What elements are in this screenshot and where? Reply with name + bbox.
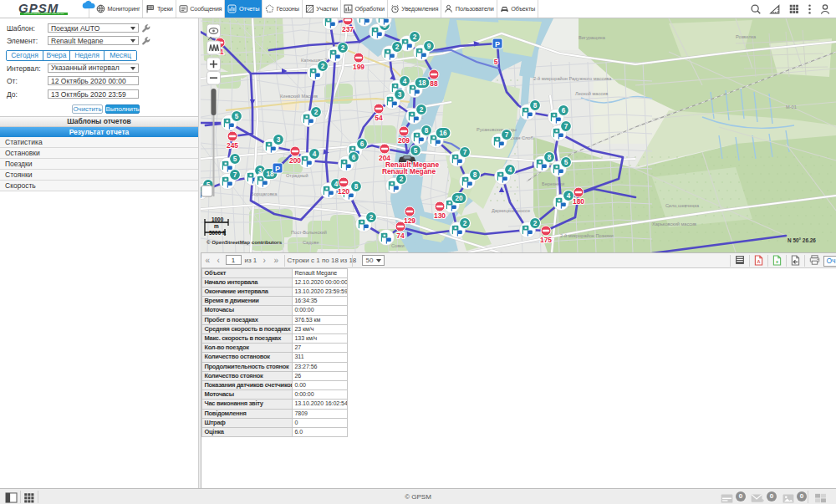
svg-text:6: 6 — [352, 154, 356, 161]
svg-text:5: 5 — [233, 155, 237, 163]
svg-text:7: 7 — [233, 171, 237, 179]
svg-text:3: 3 — [398, 91, 402, 99]
svg-text:180: 180 — [573, 197, 584, 206]
svg-text:6: 6 — [562, 107, 566, 115]
svg-text:2: 2 — [321, 63, 325, 70]
svg-text:P: P — [275, 165, 280, 173]
svg-text:4: 4 — [313, 150, 317, 158]
svg-text:2-й микрорайон Позняки: 2-й микрорайон Позняки — [560, 233, 614, 238]
svg-text:5: 5 — [494, 58, 498, 66]
svg-text:2: 2 — [420, 106, 424, 114]
svg-text:4: 4 — [403, 78, 407, 85]
svg-text:Вигуращина: Вигуращина — [579, 35, 606, 40]
svg-text:7: 7 — [564, 123, 568, 130]
svg-text:20: 20 — [455, 195, 463, 202]
svg-text:N 50° 26.26: N 50° 26.26 — [788, 237, 816, 243]
svg-text:Борщаговка: Борщаговка — [251, 191, 278, 196]
svg-text:2: 2 — [463, 220, 467, 227]
svg-text:2: 2 — [341, 44, 345, 52]
svg-text:8: 8 — [425, 127, 429, 135]
svg-text:5: 5 — [414, 147, 418, 155]
svg-text:9: 9 — [427, 43, 431, 50]
svg-text:2: 2 — [395, 43, 400, 51]
svg-text:8: 8 — [354, 183, 359, 191]
svg-text:Пост-Волынский: Пост-Волынский — [291, 230, 327, 235]
svg-text:54: 54 — [375, 114, 383, 122]
svg-text:175: 175 — [540, 236, 552, 244]
svg-text:М-01: М-01 — [786, 104, 797, 109]
svg-text:Березняки: Березняки — [542, 181, 564, 186]
svg-text:Совки: Совки — [391, 243, 405, 248]
svg-text:2: 2 — [314, 109, 319, 116]
svg-text:Розвилка: Розвилка — [736, 34, 757, 39]
svg-text:16: 16 — [439, 130, 447, 137]
svg-text:209: 209 — [398, 136, 410, 145]
svg-text:1000: 1000 — [212, 216, 224, 222]
svg-text:5: 5 — [564, 159, 568, 166]
svg-text:Село шевченка: Село шевченка — [665, 203, 700, 208]
svg-text:2: 2 — [400, 176, 404, 183]
svg-text:P: P — [495, 40, 500, 48]
svg-text:m: m — [214, 223, 219, 229]
svg-text:245: 245 — [227, 141, 238, 150]
svg-text:8: 8 — [473, 171, 477, 179]
svg-text:8: 8 — [548, 154, 552, 161]
svg-text:130: 130 — [434, 211, 446, 220]
svg-text:Лесной массив: Лесной массив — [575, 91, 608, 96]
svg-text:2: 2 — [533, 220, 538, 227]
svg-text:© OpenStreetMap contributors: © OpenStreetMap contributors — [206, 239, 283, 245]
svg-text:7: 7 — [505, 131, 509, 139]
svg-text:4: 4 — [508, 166, 512, 174]
svg-text:Renault Megane: Renault Megane — [382, 167, 436, 176]
svg-text:3: 3 — [277, 136, 281, 144]
svg-text:5000 ft: 5000 ft — [209, 230, 227, 236]
svg-text:6: 6 — [360, 140, 364, 148]
svg-text:120: 120 — [338, 187, 349, 196]
svg-text:7: 7 — [463, 149, 467, 156]
svg-text:74: 74 — [396, 232, 405, 240]
svg-text:4: 4 — [567, 192, 571, 200]
svg-text:A: A — [757, 259, 760, 264]
svg-text:2: 2 — [370, 214, 374, 221]
svg-text:2: 2 — [413, 33, 417, 41]
svg-text:5: 5 — [235, 113, 239, 120]
svg-text:237: 237 — [342, 25, 354, 33]
svg-text:Садове: Садове — [303, 240, 319, 245]
svg-text:Отрадный: Отрадный — [286, 173, 308, 178]
svg-text:199: 199 — [353, 63, 364, 71]
svg-text:8: 8 — [533, 102, 538, 109]
svg-text:Дарницкое шоссе: Дарницкое шоссе — [492, 208, 530, 213]
svg-text:200: 200 — [289, 156, 301, 165]
svg-text:129: 129 — [404, 216, 415, 225]
svg-text:88: 88 — [430, 79, 438, 88]
svg-text:18: 18 — [418, 79, 426, 87]
svg-text:2-й микрорайон Радужного масси: 2-й микрорайон Радужного массива — [533, 76, 612, 81]
svg-text:Харьковский массив: Харьковский массив — [652, 221, 696, 227]
